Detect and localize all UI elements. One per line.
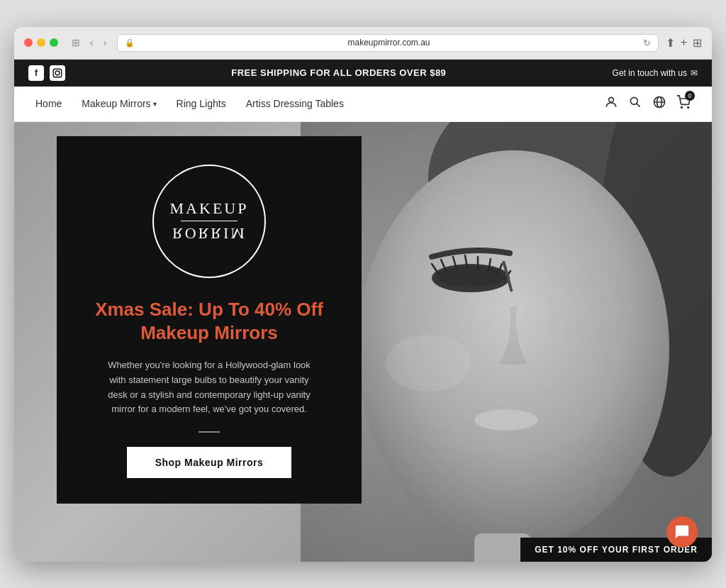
- refresh-button[interactable]: ↻: [643, 38, 651, 48]
- nav-makeup-mirrors-label: Makeup Mirrors: [82, 98, 150, 109]
- browser-titlebar: ⊞ ‹ › 🔒 makeupmirror.com.au ↻ ⬆ + ⊞: [14, 27, 712, 60]
- svg-point-4: [630, 97, 637, 104]
- logo-divider: [181, 221, 238, 221]
- svg-point-1: [55, 71, 60, 75]
- brand-logo: MAKEUP RORRIM: [152, 165, 266, 278]
- sidebar-toggle[interactable]: ⊞: [68, 35, 84, 50]
- hero-card: MAKEUP RORRIM Xmas Sale: Up To 40% Off M…: [57, 136, 362, 504]
- nav-links: Home Makeup Mirrors ▾ Ring Lights Artiss…: [35, 98, 344, 109]
- instagram-icon[interactable]: [50, 65, 65, 81]
- nav-makeup-mirrors[interactable]: Makeup Mirrors ▾: [82, 98, 156, 109]
- address-bar[interactable]: 🔒 makeupmirror.com.au ↻: [117, 34, 658, 52]
- svg-point-27: [386, 335, 471, 392]
- hero-divider: [199, 431, 220, 433]
- hero-description: Whether you're looking for a Hollywood-g…: [103, 358, 315, 417]
- lock-icon: 🔒: [125, 38, 135, 48]
- browser-action-buttons: ⬆ + ⊞: [666, 36, 702, 50]
- svg-point-3: [609, 97, 614, 102]
- logo-top-text: MAKEUP: [170, 199, 249, 218]
- share-button[interactable]: ⬆: [666, 36, 675, 50]
- svg-rect-0: [53, 69, 62, 77]
- website-content: f FREE SHIPPING FOR ALL ORDERS OVER $89 …: [14, 60, 712, 562]
- contact-link[interactable]: Get in touch with us ✉: [613, 68, 698, 78]
- shop-button[interactable]: Shop Makeup Mirrors: [127, 447, 292, 478]
- hero-section: MAKEUP RORRIM Xmas Sale: Up To 40% Off M…: [14, 122, 712, 562]
- back-button[interactable]: ‹: [86, 35, 97, 50]
- language-button[interactable]: [652, 95, 666, 113]
- svg-point-26: [474, 409, 538, 431]
- nav-icon-buttons: 0: [604, 95, 691, 113]
- svg-point-9: [681, 106, 683, 108]
- nav-artiss[interactable]: Artiss Dressing Tables: [246, 98, 344, 109]
- url-display: makeupmirror.com.au: [139, 38, 638, 48]
- close-button[interactable]: [24, 38, 33, 47]
- svg-point-2: [60, 70, 60, 71]
- dropdown-chevron-icon: ▾: [153, 100, 157, 108]
- facebook-icon[interactable]: f: [28, 65, 44, 81]
- svg-point-10: [688, 106, 689, 108]
- nav-ring-lights[interactable]: Ring Lights: [177, 98, 226, 109]
- cart-button[interactable]: 0: [676, 95, 691, 113]
- social-icons: f: [28, 65, 65, 81]
- window-controls: [24, 38, 58, 47]
- new-tab-button[interactable]: +: [681, 36, 687, 50]
- account-button[interactable]: [604, 95, 618, 113]
- nav-home[interactable]: Home: [35, 98, 62, 109]
- svg-line-5: [637, 104, 640, 107]
- email-icon: ✉: [691, 68, 698, 78]
- logo-bottom-text: RORRIM: [172, 224, 247, 243]
- svg-point-16: [437, 266, 505, 287]
- minimize-button[interactable]: [37, 38, 45, 47]
- forward-button[interactable]: ›: [100, 35, 111, 50]
- search-button[interactable]: [628, 95, 642, 113]
- chat-button[interactable]: [666, 516, 698, 548]
- shipping-banner: FREE SHIPPING FOR ALL ORDERS OVER $89: [231, 67, 446, 78]
- maximize-button[interactable]: [50, 38, 58, 47]
- sale-headline: Xmas Sale: Up To 40% Off Makeup Mirrors: [85, 298, 333, 346]
- tab-grid-button[interactable]: ⊞: [693, 36, 702, 50]
- face-illustration: [301, 122, 712, 562]
- navigation-bar: Home Makeup Mirrors ▾ Ring Lights Artiss…: [14, 87, 712, 122]
- contact-label: Get in touch with us: [613, 68, 687, 78]
- top-banner: f FREE SHIPPING FOR ALL ORDERS OVER $89 …: [14, 60, 712, 87]
- cart-count: 0: [685, 91, 695, 101]
- nav-controls: ⊞ ‹ ›: [68, 35, 110, 50]
- browser-window: ⊞ ‹ › 🔒 makeupmirror.com.au ↻ ⬆ + ⊞ f: [14, 27, 712, 562]
